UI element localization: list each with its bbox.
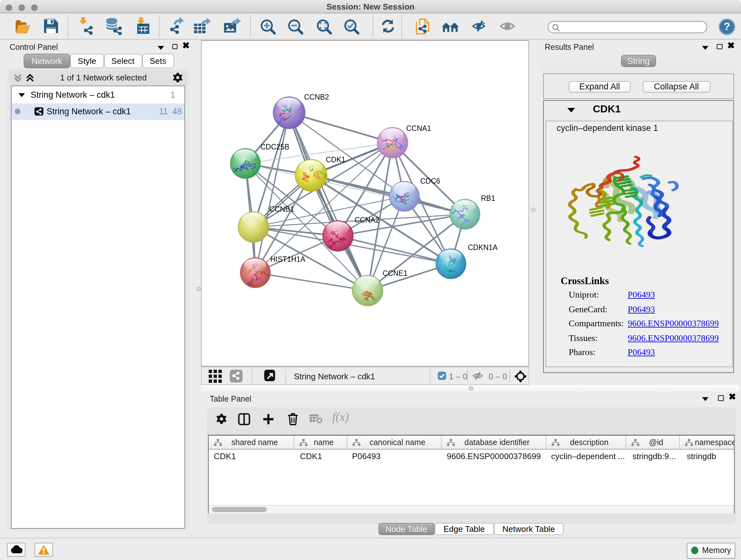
svg-text:HIST1H1A: HIST1H1A — [270, 255, 306, 263]
svg-text:CCNA1: CCNA1 — [406, 124, 431, 132]
svg-text:CCNB2: CCNB2 — [304, 92, 329, 101]
svg-text:CDKN1A: CDKN1A — [468, 243, 497, 251]
svg-text:RB1: RB1 — [481, 194, 495, 202]
svg-text:CDC6: CDC6 — [420, 177, 440, 185]
svg-text:CCNE1: CCNE1 — [382, 269, 407, 277]
svg-text:CDK1: CDK1 — [326, 155, 345, 164]
svg-text:CDC25B: CDC25B — [260, 142, 289, 151]
svg-text:CCNA2: CCNA2 — [354, 215, 379, 224]
svg-text:CCNB1: CCNB1 — [269, 205, 294, 213]
